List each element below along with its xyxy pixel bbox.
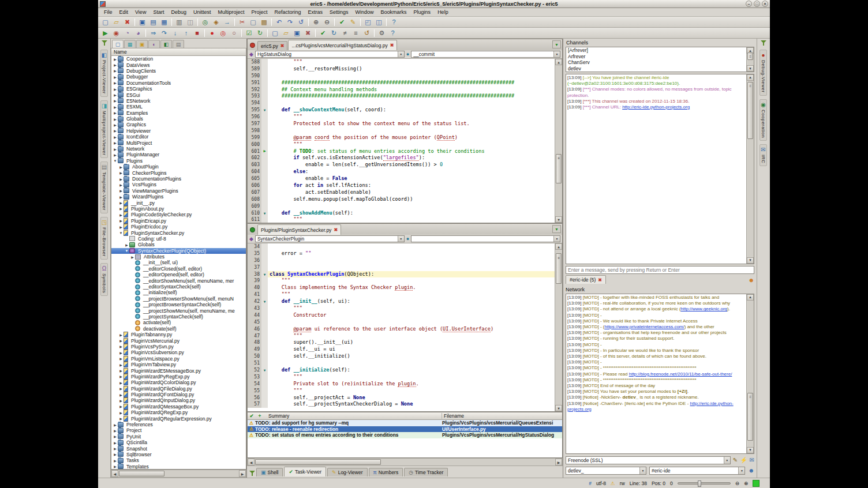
menu-refactoring[interactable]: Refactoring	[271, 9, 304, 16]
tree-column-header[interactable]: Name	[111, 48, 246, 56]
code-line[interactable]: error = ""	[268, 250, 562, 257]
zoom-out-icon[interactable]: ⊖	[735, 481, 739, 486]
collapse-arrow-icon[interactable]: ▶	[118, 351, 124, 355]
editor1-tab[interactable]: eric5.py✖	[257, 41, 287, 50]
task-row[interactable]: ⚠TODO: set status of menu entries accord…	[248, 432, 562, 438]
menu-edit[interactable]: Edit	[116, 9, 132, 16]
close-tab-icon[interactable]: ✖	[280, 43, 285, 48]
code-line[interactable]: def __initialize(self):	[268, 367, 562, 374]
collapse-arrow-icon[interactable]: ▶	[113, 99, 118, 103]
chat-link[interactable]: http://blog.freenode.net/2010/11/be-safe…	[629, 371, 732, 377]
editor1-class-combo[interactable]: HgStatusDialog ▼	[255, 51, 405, 58]
code-line[interactable]: ########################################…	[268, 93, 562, 100]
code-line[interactable]: act.setEnabled(enable)	[268, 189, 562, 196]
save-as-icon[interactable]: ▤	[148, 18, 158, 27]
code-line[interactable]: self.__projectSyntaxCheckerDialog = None	[268, 401, 562, 408]
channel-user[interactable]: detlev	[566, 66, 754, 72]
clear-breakpoints-icon[interactable]: ○	[229, 29, 239, 37]
vcs-commit-icon[interactable]: ✔	[318, 29, 328, 37]
tab-file-browser[interactable]: ◳File-Browser	[100, 217, 108, 260]
collapse-arrow-icon[interactable]: ▶	[113, 69, 118, 73]
tree-item[interactable]: ▶PluginWizardQMessageBox.py	[111, 404, 246, 410]
filter-icon[interactable]	[249, 471, 255, 476]
menu-settings[interactable]: Settings	[326, 9, 352, 16]
project-forms-tab[interactable]: ▦	[124, 40, 136, 48]
scrollbar-thumb[interactable]	[747, 393, 753, 441]
tree-item[interactable]: ▶Project	[111, 427, 246, 433]
code-line[interactable]: """	[268, 141, 562, 148]
project-sources-tab[interactable]: ▢	[112, 40, 124, 48]
collapse-arrow-icon[interactable]: ▶	[113, 429, 118, 433]
collapse-arrow-icon[interactable]: ▶	[124, 243, 129, 247]
code-line[interactable]: def __showContextMenu(self, coord):	[268, 107, 562, 114]
expand-arrow-icon[interactable]: ▼	[124, 249, 129, 253]
tree-item[interactable]: ▶Templates	[111, 464, 246, 470]
tree-item[interactable]: ▶QScintilla	[111, 440, 246, 445]
join-channel-icon[interactable]: ☻	[748, 467, 754, 474]
scroll-down-icon[interactable]: ▼	[555, 405, 562, 411]
collapse-arrow-icon[interactable]: ▶	[113, 93, 118, 97]
vcs-revert-icon[interactable]: ↺	[362, 29, 372, 37]
tab-time-tracker[interactable]: ◷Time Tracker	[404, 468, 448, 476]
code-line[interactable]: """	[268, 216, 562, 223]
channel-user[interactable]: [Arfrever]	[566, 47, 754, 54]
chevron-down-icon[interactable]: ▼	[639, 467, 646, 474]
fold-marker-icon[interactable]: ▼	[261, 298, 268, 305]
help-icon[interactable]: ?	[388, 29, 398, 37]
tab-irc[interactable]: ✉IRC	[760, 144, 767, 166]
collapse-arrow-icon[interactable]: ▶	[113, 153, 118, 157]
collapse-arrow-icon[interactable]: ▶	[118, 399, 124, 403]
close-button[interactable]: ×	[762, 1, 768, 7]
collapse-arrow-icon[interactable]: ▶	[118, 219, 124, 223]
channel-user[interactable]: ChanServ	[566, 59, 754, 66]
vertical-scrollbar[interactable]: ▲▼	[555, 59, 562, 223]
code-line[interactable]: @param ui reference to the user interfac…	[268, 326, 562, 333]
tree-item[interactable]: ▶PluginVcsMercurial.py	[111, 337, 246, 343]
collapse-arrow-icon[interactable]: ▶	[113, 446, 118, 451]
collapse-arrow-icon[interactable]: ▶	[118, 393, 124, 397]
collapse-arrow-icon[interactable]: ▶	[113, 452, 118, 456]
code-line[interactable]: ########################################…	[268, 80, 562, 87]
tree-item[interactable]: ▶PluginWizardQFileDialog.py	[111, 385, 246, 391]
code-line[interactable]: def __showAddMenu(self):	[268, 210, 562, 217]
vertical-scrollbar[interactable]: ▲▼	[746, 294, 754, 453]
collapse-arrow-icon[interactable]: ▶	[118, 356, 124, 361]
collapse-arrow-icon[interactable]: ▶	[113, 63, 118, 67]
messages-icon[interactable]: ✉	[750, 457, 754, 463]
tree-item[interactable]: ▶DebugClients	[111, 68, 246, 74]
collapse-arrow-icon[interactable]: ▶	[118, 381, 124, 385]
menu-unittest[interactable]: Unittest	[190, 9, 215, 16]
menu-debug[interactable]: Debug	[167, 9, 190, 16]
collapse-arrow-icon[interactable]: ▶	[118, 416, 124, 421]
code-line[interactable]: """	[268, 305, 562, 312]
code-line[interactable]: """	[268, 291, 562, 298]
editor2-code[interactable]: 3435 error = ""363738▼class SyntaxChecke…	[248, 243, 562, 411]
tree-item[interactable]: ▶E5Network	[111, 98, 246, 104]
code-line[interactable]: else:	[268, 168, 562, 175]
scroll-up-icon[interactable]: ▲	[555, 243, 562, 250]
menu-view[interactable]: View	[132, 9, 149, 16]
collapse-arrow-icon[interactable]: ▶	[118, 165, 124, 169]
profile-icon[interactable]: ◔	[122, 29, 132, 37]
project-others-tab[interactable]: ▤	[173, 40, 184, 48]
scroll-left-icon[interactable]: ◀	[248, 459, 255, 466]
fold-marker-icon[interactable]: ▼	[261, 107, 268, 114]
tab-debug-viewer[interactable]: ●Debug-Viewer	[760, 50, 767, 96]
chevron-down-icon[interactable]: ▼	[398, 236, 404, 242]
tree-item[interactable]: ▶PluginWizardQColorDialog.py	[111, 380, 246, 385]
connect-network-icon[interactable]: ⚡	[740, 457, 747, 463]
tab-symbols[interactable]: ΩSymbols	[100, 263, 108, 296]
collapse-arrow-icon[interactable]: ▶	[113, 441, 118, 445]
scroll-down-icon[interactable]: ▼	[747, 257, 754, 264]
tree-hscrollbar[interactable]: ◀▶	[111, 470, 246, 478]
tree-item[interactable]: ▶CheckerPlugins	[111, 170, 246, 175]
tab-numbers[interactable]: πNumbers	[369, 468, 403, 476]
search-icon[interactable]: ◎	[200, 18, 210, 27]
code-line[interactable]: """	[268, 374, 562, 381]
menu-plugins[interactable]: Plugins	[410, 9, 435, 16]
tree-item[interactable]: ▶DocumentationTools	[111, 80, 246, 86]
collapse-arrow-icon[interactable]: ▶	[118, 171, 124, 175]
cut-icon[interactable]: ✂	[237, 18, 247, 27]
tab-list-dropdown-icon[interactable]: ▼	[552, 225, 561, 233]
stop-debug-icon[interactable]: ■	[192, 29, 202, 37]
